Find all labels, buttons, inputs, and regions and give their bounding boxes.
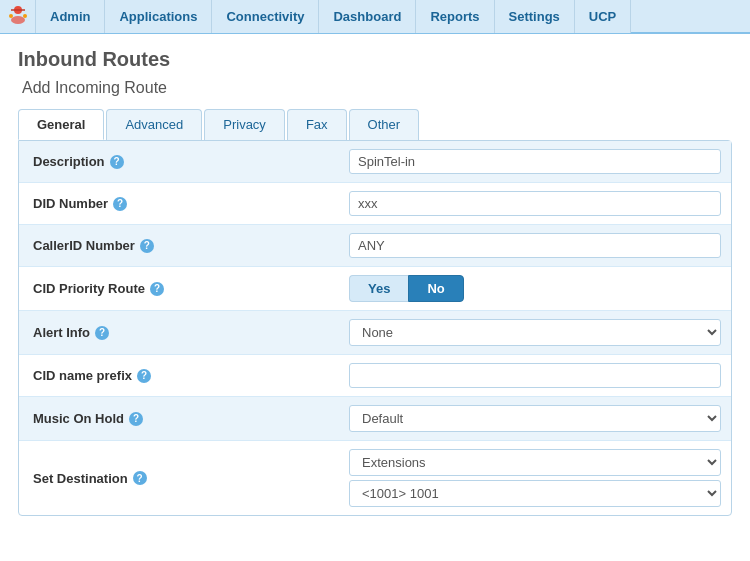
- page-content: Inbound Routes Add Incoming Route Genera…: [0, 34, 750, 530]
- section-title: Add Incoming Route: [18, 79, 732, 97]
- help-icon-did-number[interactable]: ?: [113, 197, 127, 211]
- row-alert-info: Alert Info ? None: [19, 311, 731, 355]
- row-callerid-number: CallerID Number ?: [19, 225, 731, 267]
- tab-fax[interactable]: Fax: [287, 109, 347, 140]
- nav-tab-admin[interactable]: Admin: [35, 0, 105, 33]
- row-cid-name-prefix: CID name prefix ?: [19, 355, 731, 397]
- value-alert-info: None: [339, 311, 731, 354]
- tab-other[interactable]: Other: [349, 109, 420, 140]
- input-did-number[interactable]: [349, 191, 721, 216]
- help-icon-cid-name-prefix[interactable]: ?: [137, 369, 151, 383]
- row-music-on-hold: Music On Hold ? Default: [19, 397, 731, 441]
- label-cid-priority-route: CID Priority Route ?: [19, 267, 339, 310]
- label-did-number: DID Number ?: [19, 183, 339, 224]
- svg-point-3: [9, 14, 13, 18]
- help-icon-alert-info[interactable]: ?: [95, 326, 109, 340]
- btn-no[interactable]: No: [408, 275, 463, 302]
- help-icon-set-destination[interactable]: ?: [133, 471, 147, 485]
- input-cid-name-prefix[interactable]: [349, 363, 721, 388]
- page-title: Inbound Routes: [18, 48, 732, 71]
- logo: [0, 0, 36, 33]
- select-destination-extension[interactable]: <1001> 1001: [349, 480, 721, 507]
- input-callerid-number[interactable]: [349, 233, 721, 258]
- top-nav: Admin Applications Connectivity Dashboar…: [0, 0, 750, 34]
- nav-tab-applications[interactable]: Applications: [104, 0, 212, 33]
- value-cid-name-prefix: [339, 355, 731, 396]
- label-alert-info: Alert Info ?: [19, 311, 339, 354]
- nav-tab-connectivity[interactable]: Connectivity: [211, 0, 319, 33]
- value-cid-priority-route: Yes No: [339, 267, 731, 310]
- tab-advanced[interactable]: Advanced: [106, 109, 202, 140]
- select-alert-info[interactable]: None: [349, 319, 721, 346]
- label-music-on-hold: Music On Hold ?: [19, 397, 339, 440]
- nav-tab-settings[interactable]: Settings: [494, 0, 575, 33]
- label-set-destination: Set Destination ?: [19, 441, 339, 515]
- row-cid-priority-route: CID Priority Route ? Yes No: [19, 267, 731, 311]
- nav-tab-dashboard[interactable]: Dashboard: [318, 0, 416, 33]
- btn-yes[interactable]: Yes: [349, 275, 408, 302]
- value-music-on-hold: Default: [339, 397, 731, 440]
- cid-priority-btn-group: Yes No: [349, 275, 464, 302]
- select-destination-type[interactable]: Extensions: [349, 449, 721, 476]
- label-callerid-number: CallerID Number ?: [19, 225, 339, 266]
- svg-point-1: [11, 16, 25, 24]
- row-description: Description ?: [19, 141, 731, 183]
- form-panel: Description ? DID Number ? CallerID Numb…: [18, 140, 732, 516]
- help-icon-cid-priority-route[interactable]: ?: [150, 282, 164, 296]
- value-callerid-number: [339, 225, 731, 266]
- label-cid-name-prefix: CID name prefix ?: [19, 355, 339, 396]
- help-icon-description[interactable]: ?: [110, 155, 124, 169]
- tab-privacy[interactable]: Privacy: [204, 109, 285, 140]
- row-set-destination: Set Destination ? Extensions <1001> 1001: [19, 441, 731, 515]
- input-description[interactable]: [349, 149, 721, 174]
- nav-tab-reports[interactable]: Reports: [415, 0, 494, 33]
- select-music-on-hold[interactable]: Default: [349, 405, 721, 432]
- svg-point-4: [23, 14, 27, 18]
- nav-tab-ucp[interactable]: UCP: [574, 0, 631, 33]
- value-did-number: [339, 183, 731, 224]
- form-tab-bar: General Advanced Privacy Fax Other: [18, 109, 732, 140]
- help-icon-music-on-hold[interactable]: ?: [129, 412, 143, 426]
- help-icon-callerid-number[interactable]: ?: [140, 239, 154, 253]
- value-description: [339, 141, 731, 182]
- value-set-destination: Extensions <1001> 1001: [339, 441, 731, 515]
- destination-block: Extensions <1001> 1001: [349, 449, 721, 507]
- row-did-number: DID Number ?: [19, 183, 731, 225]
- label-description: Description ?: [19, 141, 339, 182]
- tab-general[interactable]: General: [18, 109, 104, 140]
